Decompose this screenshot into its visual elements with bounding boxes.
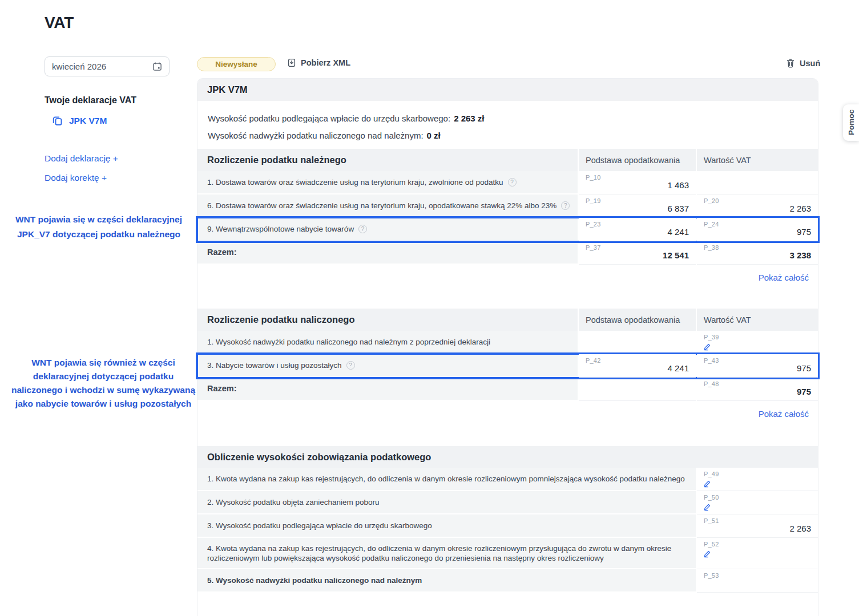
edit-icon[interactable] <box>704 480 711 488</box>
trash-icon <box>786 58 795 68</box>
field-code: P_49 <box>704 471 719 477</box>
column-header-base: Podstawa opodatkowania <box>579 309 696 331</box>
field-code: P_37 <box>586 244 601 251</box>
copy-icon <box>52 115 63 126</box>
field-code: P_42 <box>586 357 601 364</box>
section-input-tax: Rozliczenie podatku naliczonego Podstawa… <box>197 309 818 419</box>
edit-icon[interactable] <box>704 503 711 511</box>
field-code: P_48 <box>704 380 719 387</box>
add-declaration-link[interactable]: Dodaj deklarację + <box>45 153 118 164</box>
help-tab[interactable]: Pomoc <box>843 104 859 141</box>
edit-icon[interactable] <box>704 343 711 351</box>
summary-line: Wysokość podatku podlegająca wpłacie do … <box>208 110 808 127</box>
jpk-v7m-panel: JPK V7M Wysokość podatku podlegająca wpł… <box>197 78 818 616</box>
table-row: 1. Dostawa towarów oraz świadczenie usłu… <box>197 171 818 194</box>
field-code: P_24 <box>704 221 719 228</box>
download-xml-button[interactable]: Pobierz XML <box>287 58 350 67</box>
show-all-link[interactable]: Pokaż całość <box>759 409 809 419</box>
show-all-link[interactable]: Pokaż całość <box>759 273 809 282</box>
tax-summary: Wysokość podatku podlegająca wpłacie do … <box>197 101 818 149</box>
section-title: Obliczenie wysokości zobowiązania podatk… <box>197 452 431 463</box>
table-row: 5. Wysokość nadwyżki podatku naliczonego… <box>197 569 818 593</box>
summary-value: 2 263 zł <box>454 114 484 123</box>
delete-button[interactable]: Usuń <box>786 58 820 68</box>
column-header-vat: Wartość VAT <box>697 309 818 331</box>
field-code: P_20 <box>704 197 719 204</box>
column-header-base: Podstawa opodatkowania <box>579 149 696 171</box>
annotation-wnt-output-tax: WNT pojawia się w części deklaracyjnej J… <box>5 212 193 242</box>
table-row: 1. Wysokość nadwyżki podatku naliczonego… <box>197 331 818 354</box>
field-code: P_10 <box>586 174 601 181</box>
info-icon[interactable] <box>358 225 367 233</box>
section-output-tax: Rozliczenie podatku należnego Podstawa o… <box>197 149 818 283</box>
table-row: 4. Kwota wydana na zakup kas rejestrując… <box>197 538 818 569</box>
field-code: P_53 <box>704 572 719 579</box>
delete-label: Usuń <box>800 59 820 68</box>
download-icon <box>287 58 296 67</box>
summary-line: Wysokość nadwyżki podatku naliczonego na… <box>208 127 808 144</box>
field-code: P_52 <box>704 541 719 548</box>
annotation-wnt-input-tax: WNT pojawia się również w części deklara… <box>0 356 207 411</box>
cell-value: 2 263 <box>789 204 811 213</box>
vat-declaration-page: VAT kwiecień 2026 Twoje deklaracje VAT J… <box>0 0 859 616</box>
section-tax-liability: Obliczenie wysokości zobowiązania podatk… <box>197 446 818 593</box>
cell-value: 2 263 <box>789 524 811 533</box>
sidebar-item-jpk-v7m[interactable]: JPK V7M <box>52 115 107 126</box>
cell-value: 4 241 <box>667 363 689 373</box>
section-title: Rozliczenie podatku należnego <box>197 149 578 171</box>
section-title: Rozliczenie podatku naliczonego <box>197 309 578 331</box>
table-row: 1. Kwota wydana na zakup kas rejestrując… <box>197 468 818 491</box>
cell-value: 6 837 <box>667 204 689 213</box>
table-header: Obliczenie wysokości zobowiązania podatk… <box>197 446 818 468</box>
table-row-wnt-highlighted: 3. Nabycie towarów i usług pozostałych P… <box>197 354 818 378</box>
help-tab-label: Pomoc <box>847 110 856 135</box>
field-code: P_51 <box>704 517 719 524</box>
panel-title: JPK V7M <box>197 79 818 101</box>
table-row: 6. Dostawa towarów oraz świadczenie usłu… <box>197 194 818 218</box>
info-icon[interactable] <box>508 178 517 187</box>
field-code: P_23 <box>586 221 601 228</box>
status-badge: Niewysłane <box>197 57 276 71</box>
your-declarations-heading: Twoje deklaracje VAT <box>45 95 136 106</box>
add-correction-link[interactable]: Dodaj korektę + <box>45 173 107 183</box>
declaration-link-label: JPK V7M <box>69 116 107 126</box>
page-title: VAT <box>45 14 74 32</box>
field-code: P_50 <box>704 494 719 501</box>
cell-value: 12 541 <box>663 250 689 260</box>
field-code: P_43 <box>704 357 719 364</box>
period-value: kwiecień 2026 <box>52 62 152 71</box>
table-header: Rozliczenie podatku naliczonego Podstawa… <box>197 309 818 331</box>
cell-value: 3 238 <box>789 250 811 260</box>
field-code: P_39 <box>704 334 719 341</box>
cell-value: 975 <box>797 363 811 373</box>
table-row-total: Razem: P_48975 <box>197 378 818 401</box>
period-picker-input[interactable]: kwiecień 2026 <box>45 56 170 76</box>
cell-value: 975 <box>797 227 811 237</box>
cell-value: 975 <box>797 387 811 396</box>
edit-icon[interactable] <box>704 550 711 558</box>
table-row-wnt-highlighted: 9. Wewnątrzwspólnotowe nabycie towarów P… <box>197 218 818 241</box>
calendar-icon[interactable] <box>152 62 162 71</box>
table-row: 2. Wysokość podatku objęta zaniechaniem … <box>197 491 818 514</box>
column-header-vat: Wartość VAT <box>697 149 818 171</box>
info-icon[interactable] <box>346 361 355 370</box>
info-icon[interactable] <box>561 201 570 210</box>
field-code: P_19 <box>586 197 601 204</box>
field-code: P_38 <box>704 244 719 251</box>
table-row-total: Razem: P_3712 541 P_383 238 <box>197 241 818 265</box>
table-row: 3. Wysokość podatku podlegająca wpłacie … <box>197 514 818 538</box>
cell-value: 4 241 <box>667 227 689 237</box>
table-header: Rozliczenie podatku należnego Podstawa o… <box>197 149 818 171</box>
cell-value: 1 463 <box>667 180 689 190</box>
summary-value: 0 zł <box>427 131 441 140</box>
download-xml-label: Pobierz XML <box>301 58 350 67</box>
